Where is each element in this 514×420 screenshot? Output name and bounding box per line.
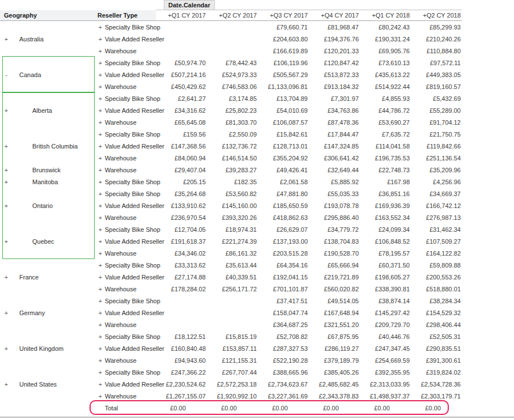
reseller-type-cell: +Specialty Bike Shop	[95, 259, 156, 271]
value-cell: £0.00	[156, 405, 207, 411]
value-cell: £54,010.69	[258, 107, 309, 114]
field-header-date-calendar[interactable]: Date.Calendar	[164, 0, 215, 10]
geography-label: France	[19, 274, 39, 281]
value-cell: £2,734,623.67	[258, 381, 309, 388]
value-cell: £205.15	[156, 179, 207, 185]
expand-button-reseller-warehouse[interactable]: +	[97, 321, 103, 328]
value-cell: £29,407.04	[156, 167, 207, 173]
value-cell: £435,613.22	[360, 71, 411, 78]
expand-button-reseller-value-added-reseller[interactable]: +	[97, 345, 103, 352]
expand-button-reseller-warehouse[interactable]: +	[97, 48, 103, 54]
expand-button-reseller-warehouse[interactable]: +	[97, 83, 103, 90]
reseller-type-label: Warehouse	[105, 286, 137, 292]
expand-button-reseller-specialty-bike-shop[interactable]: +	[97, 60, 103, 66]
expand-button-united-states[interactable]: +	[3, 381, 9, 388]
expand-button-reseller-value-added-reseller[interactable]: +	[97, 36, 103, 43]
expand-button-reseller-warehouse[interactable]: +	[97, 155, 103, 162]
expand-button-reseller-value-added-reseller[interactable]: +	[97, 238, 103, 245]
expand-button-reseller-specialty-bike-shop[interactable]: +	[97, 369, 103, 376]
reseller-type-label: Specialty Bike Shop	[105, 262, 160, 269]
expand-button-reseller-specialty-bike-shop[interactable]: +	[97, 95, 103, 102]
expand-button-reseller-warehouse[interactable]: +	[97, 214, 103, 221]
value-cell: £196,735.53	[360, 155, 411, 162]
expand-button-reseller-value-added-reseller[interactable]: +	[97, 274, 103, 281]
expand-button-reseller-specialty-bike-shop[interactable]: +	[97, 179, 103, 185]
expand-button-alberta[interactable]: +	[3, 107, 9, 114]
field-header-reseller-type[interactable]: Reseller Type	[95, 10, 156, 20]
geography-group-australia: +Australia	[0, 21, 95, 57]
expand-button-quebec[interactable]: +	[3, 238, 9, 245]
expand-button-reseller-specialty-bike-shop[interactable]: +	[97, 190, 103, 197]
expand-button-reseller-value-added-reseller[interactable]: +	[97, 381, 103, 388]
value-cell: £2,485,682.45	[309, 381, 360, 388]
expand-button-reseller-value-added-reseller[interactable]: +	[97, 71, 103, 78]
expand-button-british-columbia[interactable]: +	[3, 143, 9, 150]
expand-button-germany[interactable]: +	[3, 309, 9, 316]
expand-button-brunswick[interactable]: +	[3, 167, 9, 173]
column-header--q2-cy-2017[interactable]: +Q2 CY 2017	[207, 10, 258, 20]
value-cell: £450,429.62	[156, 83, 207, 90]
expand-button-reseller-warehouse[interactable]: +	[97, 167, 103, 173]
value-cell: £2,313,033.95	[360, 381, 411, 388]
expand-button-reseller-value-added-reseller[interactable]: +	[97, 202, 103, 209]
reseller-type-label: Warehouse	[105, 250, 137, 257]
reseller-type-label: Value Added Reseller	[105, 71, 164, 78]
value-cell: £146,514.50	[207, 155, 258, 162]
expand-button-reseller-specialty-bike-shop[interactable]: +	[97, 298, 103, 304]
value-cell: £193,078.78	[309, 202, 360, 209]
expand-button-reseller-warehouse[interactable]: +	[97, 119, 103, 126]
expand-button-reseller-specialty-bike-shop[interactable]: +	[97, 333, 103, 340]
value-cell: £87,478.36	[309, 119, 360, 126]
reseller-type-label: Value Added Reseller	[105, 274, 164, 281]
expand-button-reseller-warehouse[interactable]: +	[97, 250, 103, 257]
expand-button-reseller-warehouse[interactable]: +	[97, 357, 103, 364]
column-header--q1-cy-2018[interactable]: +Q1 CY 2018	[360, 10, 411, 20]
value-cell: £38,874.14	[360, 298, 411, 304]
reseller-type-label: Warehouse	[105, 48, 137, 54]
value-cell: £53,690.27	[360, 119, 411, 126]
reseller-type-label: Warehouse	[105, 357, 137, 364]
expand-button-reseller-warehouse[interactable]: +	[97, 393, 103, 400]
value-cell: £1,133,096.81	[258, 83, 309, 90]
collapse-button-canada[interactable]: -	[3, 71, 9, 78]
value-cell: £1,267,155.07	[156, 393, 207, 400]
expand-button-australia[interactable]: +	[3, 36, 9, 43]
field-header-geography[interactable]: Geography	[0, 10, 95, 20]
expand-button-united-kingdom[interactable]: +	[3, 345, 9, 352]
expand-button-reseller-value-added-reseller[interactable]: +	[97, 309, 103, 316]
reseller-type-cell: +Value Added Reseller	[95, 378, 156, 390]
value-cell: £81,303.70	[207, 119, 258, 126]
value-cell: £35,209.96	[411, 167, 462, 173]
value-cell: £2,550.09	[207, 131, 258, 138]
value-cell: £18,974.31	[207, 226, 258, 233]
reseller-type-label: Specialty Bike Shop	[105, 24, 160, 31]
value-cell: £287,327.53	[258, 345, 309, 352]
value-cell: £106,119.96	[258, 60, 309, 66]
value-cell: £18,122.51	[156, 333, 207, 340]
value-cell: £321,551.20	[309, 321, 360, 328]
expand-button-reseller-value-added-reseller[interactable]: +	[97, 107, 103, 114]
column-header--q2-cy-2018[interactable]: +Q2 CY 2018	[411, 10, 462, 20]
value-cell: £37,417.51	[258, 298, 309, 304]
expand-button-manitoba[interactable]: +	[3, 179, 9, 185]
expand-button-reseller-specialty-bike-shop[interactable]: +	[97, 131, 103, 138]
value-cell: £15,815.19	[207, 333, 258, 340]
expand-button-reseller-value-added-reseller[interactable]: +	[97, 143, 103, 150]
reseller-type-cell: +Value Added Reseller	[95, 104, 156, 116]
expand-button-reseller-warehouse[interactable]: +	[97, 286, 103, 292]
expand-button-reseller-specialty-bike-shop[interactable]: +	[97, 226, 103, 233]
value-cell: £158,047.74	[258, 309, 309, 316]
expand-button-reseller-specialty-bike-shop[interactable]: +	[97, 24, 103, 31]
value-cell: £22,748.73	[360, 167, 411, 173]
column-header--q4-cy-2017[interactable]: +Q4 CY 2017	[309, 10, 360, 20]
expand-button-reseller-specialty-bike-shop[interactable]: +	[97, 262, 103, 269]
column-header--q3-cy-2017[interactable]: +Q3 CY 2017	[258, 10, 309, 20]
value-cell: £132,736.72	[207, 143, 258, 150]
reseller-type-label: Warehouse	[105, 167, 137, 173]
value-cell: £110,884.80	[411, 48, 462, 54]
value-cell: £79,660.71	[258, 24, 309, 31]
value-cell: £164,122.82	[411, 250, 462, 257]
expand-button-ontario[interactable]: +	[3, 202, 9, 209]
column-header--q1-cy-2017[interactable]: +Q1 CY 2017	[156, 10, 207, 20]
expand-button-france[interactable]: +	[3, 274, 9, 281]
